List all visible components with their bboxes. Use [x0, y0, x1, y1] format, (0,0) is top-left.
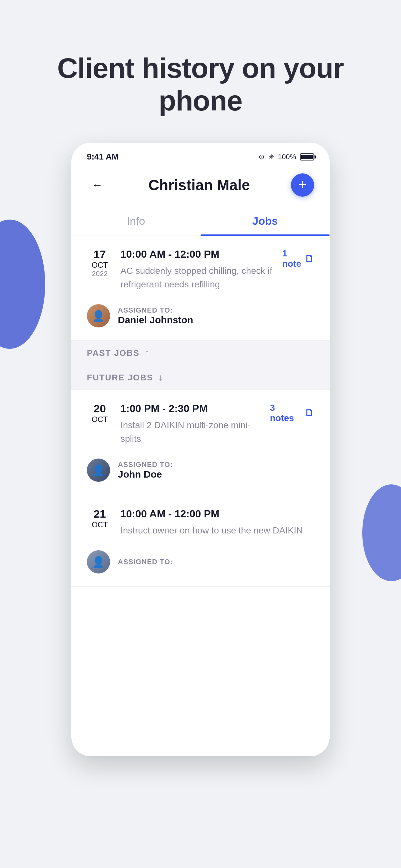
job-top-content-3: 21 OCT 10:00 AM - 12:00 PM Instruct owne…: [87, 508, 303, 545]
assigned-label-3: ASSIGNED TO:: [118, 558, 173, 566]
job-main-2: 1:00 PM - 2:30 PM Install 2 DAIKIN multi…: [120, 403, 270, 454]
phone-wrapper: 9:41 AM ⊙ ✳ 100% ← Christian Male +: [71, 143, 330, 756]
back-arrow-icon: ←: [91, 178, 103, 192]
job-top-content-2: 20 OCT 1:00 PM - 2:30 PM Install 2 DAIKI…: [87, 403, 270, 454]
avatar-3: 👤: [87, 550, 110, 574]
past-jobs-separator: PAST JOBS ↑: [71, 341, 330, 365]
job-top-row-3: 21 OCT 10:00 AM - 12:00 PM Instruct owne…: [87, 508, 314, 545]
assigned-label-1: ASSIGNED TO:: [118, 306, 193, 314]
job-time-1: 10:00 AM - 12:00 PM: [120, 248, 282, 260]
back-button[interactable]: ←: [87, 175, 107, 195]
add-button[interactable]: +: [291, 174, 314, 197]
job-month-1: OCT: [87, 260, 113, 270]
job-notes-2[interactable]: 3 notes 🗋: [270, 403, 314, 423]
job-top-row-2: 20 OCT 1:00 PM - 2:30 PM Install 2 DAIKI…: [87, 403, 314, 454]
plus-icon: +: [299, 178, 307, 191]
future-jobs-label: FUTURE JOBS: [87, 373, 153, 383]
notes-label-2: 3 notes: [270, 403, 301, 423]
assignee-info-1: ASSIGNED TO: Daniel Johnston: [118, 306, 193, 326]
job-date-2: 20 OCT: [87, 403, 113, 424]
note-file-icon-1: 🗋: [305, 253, 314, 264]
status-time: 9:41 AM: [87, 152, 119, 162]
assignee-row-3: 👤 ASSIGNED TO:: [87, 550, 314, 574]
job-top-row-1: 17 OCT 2022 10:00 AM - 12:00 PM AC sudde…: [87, 248, 314, 299]
job-main-1: 10:00 AM - 12:00 PM AC suddenly stopped …: [120, 248, 282, 299]
job-date-3: 21 OCT: [87, 508, 113, 529]
tab-jobs[interactable]: Jobs: [201, 206, 330, 235]
avatar-person-2: 👤: [87, 459, 110, 482]
battery-percent: 100%: [278, 153, 296, 161]
battery-icon: [300, 153, 314, 160]
assignee-info-3: ASSIGNED TO:: [118, 558, 173, 566]
avatar-1: 👤: [87, 304, 110, 328]
past-jobs-arrow-icon: ↑: [145, 348, 149, 358]
job-desc-3: Instruct owner on how to use the new DAI…: [120, 524, 303, 537]
assignee-row-2: 👤 ASSIGNED TO: John Doe: [87, 459, 314, 482]
tab-info[interactable]: Info: [71, 206, 201, 235]
notes-label-1: 1 note: [282, 248, 301, 269]
job-day-1: 17: [87, 248, 113, 260]
status-bar: 9:41 AM ⊙ ✳ 100%: [71, 143, 330, 167]
header-title: Christian Male: [149, 176, 250, 194]
future-jobs-separator: FUTURE JOBS ↓: [71, 365, 330, 390]
phone-mockup: 9:41 AM ⊙ ✳ 100% ← Christian Male +: [71, 143, 330, 756]
assigned-label-2: ASSIGNED TO:: [118, 461, 173, 469]
status-icons: ⊙ ✳ 100%: [258, 153, 314, 161]
battery-fill: [301, 155, 313, 159]
job-card-3: 21 OCT 10:00 AM - 12:00 PM Instruct owne…: [71, 495, 330, 587]
future-jobs-arrow-icon: ↓: [158, 372, 163, 383]
job-day-2: 20: [87, 403, 113, 414]
assigned-name-2: John Doe: [118, 469, 173, 480]
bluetooth-icon: ⊙: [258, 153, 265, 161]
job-card-1: 17 OCT 2022 10:00 AM - 12:00 PM AC sudde…: [71, 236, 330, 341]
job-month-3: OCT: [87, 520, 113, 529]
avatar-person-3: 👤: [87, 550, 110, 574]
job-desc-2: Install 2 DAIKIN multi-zone mini-splits: [120, 418, 270, 445]
job-main-3: 10:00 AM - 12:00 PM Instruct owner on ho…: [120, 508, 303, 545]
bg-blob-right: [362, 485, 401, 581]
job-card-2: 20 OCT 1:00 PM - 2:30 PM Install 2 DAIKI…: [71, 390, 330, 495]
job-notes-1[interactable]: 1 note 🗋: [282, 248, 314, 269]
avatar-person-1: 👤: [87, 304, 110, 328]
assignee-info-2: ASSIGNED TO: John Doe: [118, 461, 173, 480]
job-year-1: 2022: [87, 270, 113, 278]
job-time-2: 1:00 PM - 2:30 PM: [120, 403, 270, 414]
past-jobs-label: PAST JOBS: [87, 348, 140, 358]
job-time-3: 10:00 AM - 12:00 PM: [120, 508, 303, 520]
assigned-name-1: Daniel Johnston: [118, 314, 193, 326]
assignee-row-1: 👤 ASSIGNED TO: Daniel Johnston: [87, 304, 314, 328]
job-date-1: 17 OCT 2022: [87, 248, 113, 278]
note-file-icon-2: 🗋: [305, 407, 314, 418]
hero-section: Client history on your phone: [0, 52, 401, 117]
tabs-bar: Info Jobs: [71, 206, 330, 236]
bt-icon: ✳: [268, 153, 274, 161]
job-day-3: 21: [87, 508, 113, 520]
bg-blob-left: [0, 220, 45, 349]
job-desc-1: AC suddenly stopped chilling, check if r…: [120, 264, 282, 291]
hero-title: Client history on your phone: [26, 52, 375, 117]
app-header: ← Christian Male +: [71, 167, 330, 206]
job-month-2: OCT: [87, 415, 113, 424]
avatar-2: 👤: [87, 459, 110, 482]
job-top-content-1: 17 OCT 2022 10:00 AM - 12:00 PM AC sudde…: [87, 248, 282, 299]
